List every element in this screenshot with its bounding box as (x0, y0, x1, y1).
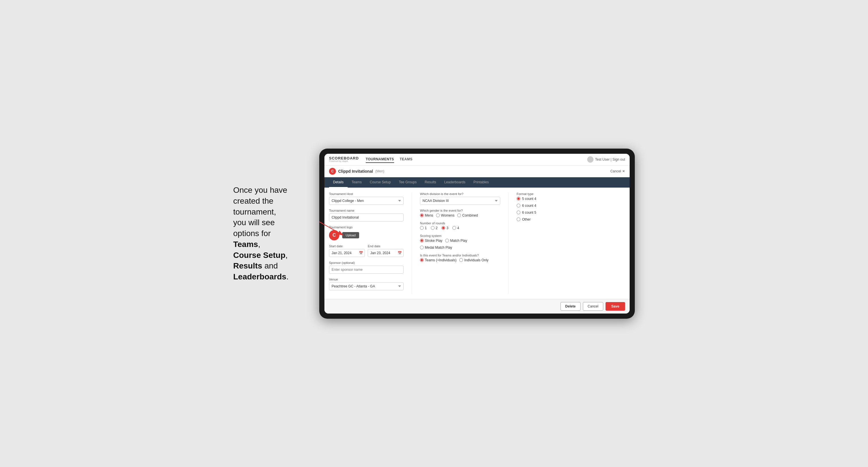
scoring-match-radio[interactable] (445, 239, 449, 242)
tab-printables[interactable]: Printables (470, 177, 493, 188)
start-date-wrap: 📅 (329, 249, 365, 257)
tab-teams[interactable]: Teams (348, 177, 366, 188)
format-6count5-radio[interactable] (517, 211, 520, 214)
col-middle: Which division is the event for? NCAA Di… (420, 192, 500, 294)
scoring-stroke-radio[interactable] (420, 239, 424, 242)
cancel-footer-button[interactable]: Cancel (583, 302, 603, 311)
format-other[interactable]: Other (517, 217, 574, 221)
format-6count5[interactable]: 6 count 5 (517, 211, 574, 215)
teams-radio-group: Teams (+Individuals) Individuals Only (420, 258, 500, 262)
rounds-radio-group: 1 2 3 4 (420, 226, 500, 230)
sponsor-input[interactable] (329, 266, 404, 274)
rounds-2-radio[interactable] (431, 226, 435, 230)
tab-bar: Details Teams Course Setup Tee Groups Re… (324, 177, 630, 188)
gender-mens[interactable]: Mens (420, 213, 433, 217)
logo-sub: Powered by clippd (329, 160, 359, 162)
date-row: Start date 📅 End date 📅 (329, 244, 404, 257)
gender-womens[interactable]: Womens (436, 213, 454, 217)
main-content: Tournament Host Clippd College - Men Tou… (324, 188, 630, 299)
gender-womens-radio[interactable] (436, 213, 440, 217)
tournament-header: C Clippd Invitational (Men) Cancel ✕ (324, 165, 630, 177)
rounds-1-radio[interactable] (420, 226, 424, 230)
user-label[interactable]: Test User | Sign out (595, 157, 625, 161)
sponsor-label: Sponsor (optional) (329, 261, 404, 264)
bottom-bar: Delete Cancel Save (324, 299, 630, 314)
start-date-group: Start date 📅 (329, 244, 365, 257)
format-6count5-label: 6 count 5 (522, 211, 536, 215)
avatar (587, 156, 593, 163)
tab-leaderboards[interactable]: Leaderboards (440, 177, 469, 188)
col-right: Format type 5 count 4 6 count 4 6 count … (517, 192, 574, 294)
format-6count4-label: 6 count 4 (522, 204, 536, 208)
start-label: Start date (329, 244, 365, 248)
gender-radio-group: Mens Womens Combined (420, 213, 500, 217)
logo-circle: C (329, 230, 339, 240)
sponsor-group: Sponsor (optional) (329, 261, 404, 274)
rounds-1[interactable]: 1 (420, 226, 427, 230)
scoring-stroke[interactable]: Stroke Play (420, 239, 442, 243)
calendar-icon-end: 📅 (398, 251, 402, 255)
format-other-label: Other (522, 217, 531, 221)
tab-results[interactable]: Results (421, 177, 440, 188)
scoring-medal[interactable]: Medal Match Play (420, 246, 452, 250)
page-wrapper: Once you havecreated thetournament,you w… (233, 149, 635, 319)
end-label: End date (368, 244, 404, 248)
scoring-label: Scoring system (420, 234, 500, 238)
gender-combined[interactable]: Combined (457, 213, 478, 217)
teams-group: Is this event for Teams and/or Individua… (420, 254, 500, 262)
venue-group: Venue Peachtree GC - Atlanta - GA (329, 278, 404, 290)
app-topbar: SCOREBOARD Powered by clippd TOURNAMENTS… (324, 154, 630, 165)
user-area: Test User | Sign out (587, 156, 625, 163)
individuals-only[interactable]: Individuals Only (459, 258, 489, 262)
rounds-4[interactable]: 4 (452, 226, 459, 230)
name-label: Tournament name (329, 209, 404, 212)
rounds-4-radio[interactable] (452, 226, 456, 230)
format-5count4-radio[interactable] (517, 197, 520, 200)
format-6count4-radio[interactable] (517, 204, 520, 208)
nav-tournaments[interactable]: TOURNAMENTS (366, 156, 394, 163)
instruction-text: Once you havecreated thetournament,you w… (233, 185, 308, 282)
venue-select[interactable]: Peachtree GC - Atlanta - GA (329, 282, 404, 290)
end-date-group: End date 📅 (368, 244, 404, 257)
dates-group: Start date 📅 End date 📅 (329, 244, 404, 257)
individuals-only-radio[interactable] (459, 258, 463, 262)
tournament-name: Clippd Invitational (338, 169, 373, 174)
venue-label: Venue (329, 278, 404, 281)
teams-plus-individuals[interactable]: Teams (+Individuals) (420, 258, 456, 262)
scoring-radio-group: Stroke Play Match Play Medal Match Play (420, 239, 500, 250)
format-5count4-label: 5 count 4 (522, 197, 536, 201)
logo-label: Tournament logo (329, 225, 404, 229)
tournament-title-row: C Clippd Invitational (Men) (329, 168, 384, 175)
tab-course-setup[interactable]: Course Setup (366, 177, 395, 188)
rounds-3[interactable]: 3 (441, 226, 448, 230)
logo-upload-row: C Upload (329, 230, 404, 240)
division-select[interactable]: NCAA Division III (420, 197, 500, 205)
format-6count4[interactable]: 6 count 4 (517, 204, 574, 208)
division-label: Which division is the event for? (420, 192, 500, 196)
col-left: Tournament Host Clippd College - Men Tou… (329, 192, 404, 294)
scoring-medal-radio[interactable] (420, 246, 424, 249)
tab-tee-groups[interactable]: Tee Groups (395, 177, 421, 188)
rounds-3-radio[interactable] (441, 226, 445, 230)
gender-mens-radio[interactable] (420, 213, 424, 217)
host-group: Tournament Host Clippd College - Men (329, 192, 404, 205)
save-button[interactable]: Save (606, 302, 625, 311)
col-divider-2 (508, 192, 508, 294)
tournament-tag: (Men) (375, 169, 384, 173)
teams-plus-radio[interactable] (420, 258, 424, 262)
host-select[interactable]: Clippd College - Men (329, 197, 404, 205)
calendar-icon: 📅 (359, 251, 363, 255)
end-date-wrap: 📅 (368, 249, 404, 257)
gender-combined-radio[interactable] (457, 213, 461, 217)
format-other-radio[interactable] (517, 217, 520, 221)
format-5count4[interactable]: 5 count 4 (517, 197, 574, 201)
name-input[interactable] (329, 213, 404, 221)
upload-button[interactable]: Upload (342, 232, 359, 238)
rounds-2[interactable]: 2 (431, 226, 438, 230)
tab-details[interactable]: Details (329, 177, 348, 188)
delete-button[interactable]: Delete (560, 302, 581, 311)
division-group: Which division is the event for? NCAA Di… (420, 192, 500, 205)
scoring-match[interactable]: Match Play (445, 239, 467, 243)
nav-teams[interactable]: TEAMS (400, 156, 413, 163)
cancel-button[interactable]: Cancel ✕ (611, 169, 625, 173)
